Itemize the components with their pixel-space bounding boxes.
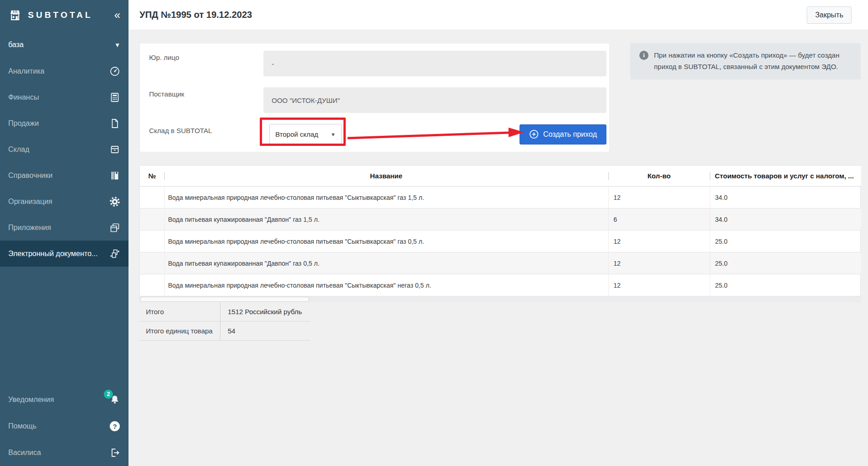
apps-icon xyxy=(109,222,120,233)
create-receipt-button[interactable]: Создать приход xyxy=(520,124,606,145)
logout-icon xyxy=(109,447,120,458)
package-icon xyxy=(109,144,120,155)
close-button[interactable]: Закрыть xyxy=(807,6,852,24)
info-text: При нажатии на кнопку «Создать приход» —… xyxy=(654,50,852,73)
total-row: Итого 1512 Российский рубль xyxy=(139,302,311,321)
scrollbar-thumb[interactable] xyxy=(140,297,309,302)
table-row[interactable]: Вода питьевая купажированная "Давпон" га… xyxy=(140,209,861,230)
legal-entity-field: - xyxy=(263,51,606,76)
bell-icon: 2 xyxy=(109,394,120,405)
table-row[interactable]: Вода минеральная природная лечебно-столо… xyxy=(140,274,861,296)
gauge-icon xyxy=(109,66,120,77)
dropdown-caret-icon: ▼ xyxy=(331,132,336,137)
page-title: УПД №1995 от 19.12.2023 xyxy=(139,10,252,20)
sidebar-nav: Аналитика Финансы Продажи Склад Справочн… xyxy=(0,58,129,267)
document-form-card: Юр. лицо - Поставщик ООО "ИСТОК-ДУШИ" Ск… xyxy=(139,43,610,152)
table-row[interactable]: Вода минеральная природная лечебно-столо… xyxy=(140,187,861,209)
supplier-field: ООО "ИСТОК-ДУШИ" xyxy=(263,87,606,113)
books-icon xyxy=(109,170,120,181)
sidebar-item-directories[interactable]: Справочники xyxy=(0,162,129,188)
table-row[interactable]: Вода питьевая купажированная "Давпон" га… xyxy=(140,252,861,274)
database-label: база xyxy=(8,41,24,49)
info-box: i При нажатии на кнопку «Создать приход»… xyxy=(630,43,861,80)
collapse-sidebar-icon[interactable]: « xyxy=(114,10,120,21)
storefront-icon xyxy=(8,9,22,21)
sidebar-item-applications[interactable]: Приложения xyxy=(0,214,129,241)
database-selector[interactable]: база ▼ xyxy=(0,36,129,54)
totals-block: Итого 1512 Российский рубль Итого единиц… xyxy=(139,302,311,341)
calculator-icon xyxy=(109,92,120,103)
gear-icon xyxy=(109,196,120,207)
items-table: № Название Кол-во Стоимость товаров и ус… xyxy=(139,165,861,302)
sidebar-item-help[interactable]: Помощь ? xyxy=(0,413,129,439)
sidebar-item-sales[interactable]: Продажи xyxy=(0,110,129,136)
sidebar: SUBTOTAL « база ▼ Аналитика Финансы Прод… xyxy=(0,0,129,466)
doc-exchange-icon xyxy=(109,248,120,259)
column-header-cost: Стоимость товаров и услуг с налогом, ... xyxy=(710,166,861,187)
sidebar-item-user-logout[interactable]: Василиса xyxy=(0,439,129,466)
total-units-label: Итого единиц товара xyxy=(139,321,220,340)
document-icon xyxy=(109,118,120,129)
main-area: УПД №1995 от 19.12.2023 Закрыть Юр. лицо… xyxy=(129,0,868,466)
column-header-qty: Кол-во xyxy=(608,166,710,187)
warehouse-select-value: Второй склад xyxy=(275,130,318,138)
sidebar-item-warehouse[interactable]: Склад xyxy=(0,136,129,162)
column-header-num: № xyxy=(140,166,164,187)
info-icon: i xyxy=(639,51,648,60)
warehouse-select[interactable]: Второй склад ▼ xyxy=(269,124,342,145)
page-header: УПД №1995 от 19.12.2023 Закрыть xyxy=(129,0,868,30)
logo-row: SUBTOTAL « xyxy=(0,0,129,30)
warehouse-label: Склад в SUBTOTAL xyxy=(149,124,263,145)
question-icon: ? xyxy=(109,421,120,432)
table-row[interactable]: Вода минеральная природная лечебно-столо… xyxy=(140,230,861,252)
table-header-row: № Название Кол-во Стоимость товаров и ус… xyxy=(140,166,861,187)
horizontal-scrollbar[interactable] xyxy=(140,296,861,302)
total-value: 1512 Российский рубль xyxy=(220,302,311,321)
sidebar-item-analytics[interactable]: Аналитика xyxy=(0,58,129,84)
total-label: Итого xyxy=(139,302,220,321)
chevron-down-icon: ▼ xyxy=(114,42,120,48)
legal-entity-label: Юр. лицо xyxy=(149,51,263,76)
total-units-value: 54 xyxy=(220,321,311,340)
sidebar-item-edo[interactable]: Электронный документо... xyxy=(0,241,129,267)
create-receipt-button-label: Создать приход xyxy=(543,130,597,139)
sidebar-item-organization[interactable]: Организация xyxy=(0,188,129,214)
total-units-row: Итого единиц товара 54 xyxy=(139,321,311,341)
plus-circle-icon xyxy=(529,129,539,139)
sidebar-bottom: Уведомления 2 Помощь ? Василиса xyxy=(0,386,129,466)
sidebar-item-finances[interactable]: Финансы xyxy=(0,84,129,110)
app-logo-text: SUBTOTAL xyxy=(28,10,93,20)
column-header-name: Название xyxy=(164,166,608,187)
sidebar-item-notifications[interactable]: Уведомления 2 xyxy=(0,386,129,413)
content: Юр. лицо - Поставщик ООО "ИСТОК-ДУШИ" Ск… xyxy=(129,30,868,466)
notification-badge: 2 xyxy=(104,390,113,399)
supplier-label: Поставщик xyxy=(149,87,263,113)
